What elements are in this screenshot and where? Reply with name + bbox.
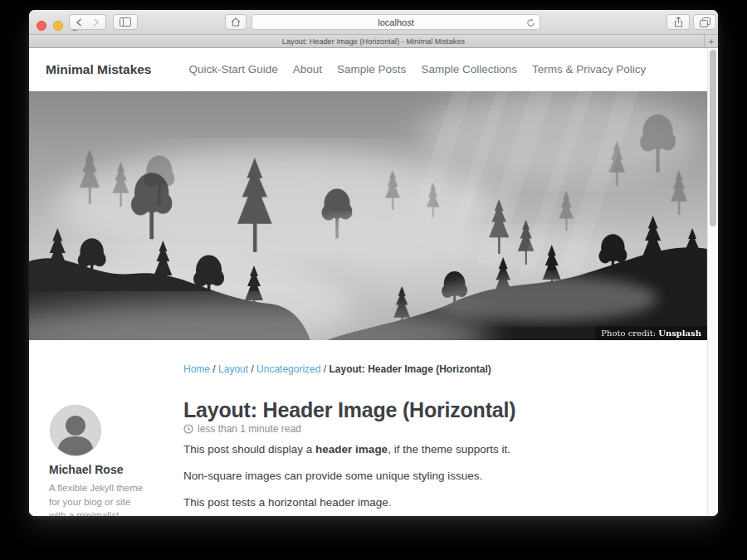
primary-nav: Quick-Start Guide About Sample Posts Sam… (189, 63, 647, 75)
photo-credit-badge: Photo credit: Unsplash (595, 326, 707, 340)
chevron-right-icon (93, 18, 100, 27)
tabs-icon (700, 17, 710, 27)
clock-icon (183, 424, 193, 434)
paragraph-bold-text: header image (315, 443, 388, 455)
browser-toolbar: localhost (29, 10, 718, 35)
page-meta: less than 1 minute read (183, 423, 301, 435)
tab-overview-button[interactable] (693, 14, 716, 30)
share-button[interactable] (666, 14, 690, 30)
new-tab-button[interactable]: + (704, 35, 718, 47)
tab-bar: Layout: Header Image (Horizontal) - Mini… (29, 35, 718, 48)
address-bar[interactable]: localhost (251, 14, 540, 30)
breadcrumb: Home / Layout / Uncategorized / Layout: … (183, 363, 491, 375)
breadcrumb-separator: / (248, 363, 256, 375)
refresh-icon[interactable] (526, 17, 535, 28)
page-content: Minimal Mistakes Quick-Start Guide About… (29, 48, 718, 516)
breadcrumb-separator: / (210, 363, 218, 375)
nav-item-quick-start-guide[interactable]: Quick-Start Guide (189, 63, 278, 75)
header-image: Photo credit: Unsplash (29, 91, 707, 340)
photo-credit-link[interactable]: Unsplash (658, 329, 701, 338)
browser-window: localhost Layout: Header Image (Horizont… (29, 10, 718, 516)
page-title: Layout: Header Image (Horizontal) (183, 398, 515, 422)
breadcrumb-separator: / (320, 363, 329, 375)
breadcrumb-home-link[interactable]: Home (183, 363, 210, 375)
url-text: localhost (378, 17, 413, 27)
sidebar-icon (120, 17, 131, 27)
minimize-window-button[interactable] (53, 21, 63, 31)
site-title-link[interactable]: Minimal Mistakes (46, 62, 152, 77)
close-window-button[interactable] (37, 21, 46, 31)
read-time: less than 1 minute read (198, 423, 301, 435)
author-name: Michael Rose (49, 463, 123, 476)
breadcrumb-layout-link[interactable]: Layout (218, 363, 248, 375)
paragraph: This post tests a horizontal header imag… (183, 496, 565, 509)
author-avatar (50, 405, 101, 456)
nav-item-terms-privacy[interactable]: Terms & Privacy Policy (532, 63, 646, 75)
share-icon (674, 17, 683, 27)
article-section: Home / Layout / Uncategorized / Layout: … (29, 340, 707, 516)
breadcrumb-uncategorized-link[interactable]: Uncategorized (256, 363, 320, 375)
author-bio: A flexible Jekyll theme for your blog or… (49, 481, 147, 516)
chevron-left-icon (76, 18, 82, 27)
photo-credit-label: Photo credit: (601, 329, 658, 338)
nav-item-sample-posts[interactable]: Sample Posts (337, 63, 406, 75)
back-button[interactable] (69, 14, 88, 30)
foggy-forest-illustration (29, 91, 707, 340)
nav-item-sample-collections[interactable]: Sample Collections (421, 63, 517, 75)
home-button[interactable] (225, 14, 247, 30)
paragraph-text: This post should display a (183, 443, 315, 455)
masthead: Minimal Mistakes Quick-Start Guide About… (29, 48, 707, 91)
paragraph-text: , if the theme supports it. (388, 443, 510, 455)
breadcrumb-current-page: Layout: Header Image (Horizontal) (329, 363, 491, 375)
active-tab[interactable]: Layout: Header Image (Horizontal) - Mini… (282, 37, 465, 46)
forward-button[interactable] (87, 14, 106, 30)
nav-item-about[interactable]: About (293, 63, 322, 75)
paragraph: Non-square images can provide some uniqu… (183, 470, 565, 482)
scrollbar-thumb[interactable] (710, 50, 716, 226)
page-scrollbar[interactable] (707, 48, 718, 516)
paragraph: This post should display a header image,… (183, 443, 565, 455)
home-icon (231, 17, 241, 27)
sidebar-toggle-button[interactable] (113, 14, 138, 30)
